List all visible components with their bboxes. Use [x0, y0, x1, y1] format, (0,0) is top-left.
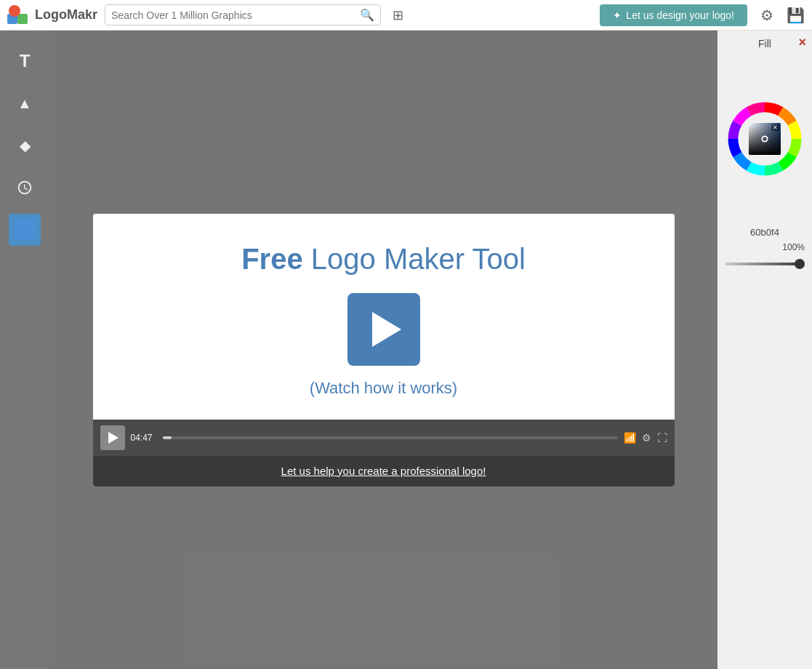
video-time: 04:47: [131, 433, 157, 443]
search-input[interactable]: [111, 9, 357, 21]
video-progress-fill: [163, 436, 172, 439]
footer-link[interactable]: Let us help you create a professional lo…: [281, 465, 486, 477]
logo-icon: [7, 4, 31, 27]
color-hex-value[interactable]: 60b0f4: [725, 227, 805, 238]
right-panel: Fill ×: [717, 31, 812, 669]
canvas-area[interactable]: Free Logo Maker Tool (Watch how it works…: [49, 31, 717, 669]
play-triangle-icon: [372, 312, 401, 347]
svg-rect-1: [17, 14, 28, 24]
modal-content: Free Logo Maker Tool (Watch how it works…: [93, 214, 675, 420]
modal-footer: Let us help you create a professional lo…: [93, 456, 675, 486]
modal-overlay[interactable]: Free Logo Maker Tool (Watch how it works…: [49, 31, 717, 669]
text-tool[interactable]: T: [9, 45, 41, 77]
color-wheel[interactable]: ✕: [725, 55, 805, 223]
logo-area[interactable]: LogoMakr: [7, 4, 97, 27]
design-button[interactable]: ✦ Let us design your logo!: [600, 4, 747, 26]
modal-title-bold: Free: [241, 243, 303, 275]
svg-point-2: [9, 5, 20, 17]
main-area: T ▲ ◆ Free Logo Maker Tool: [0, 31, 812, 669]
save-icon[interactable]: 💾: [787, 7, 805, 24]
video-play-button[interactable]: [100, 425, 125, 450]
video-progress-bar[interactable]: [163, 436, 618, 439]
left-sidebar: T ▲ ◆: [0, 31, 49, 669]
color-swatch[interactable]: [9, 214, 41, 246]
design-btn-icon: ✦: [613, 9, 622, 21]
signal-icon: 📶: [624, 432, 636, 444]
search-box[interactable]: 🔍: [105, 4, 381, 25]
opacity-label: 100%: [725, 242, 805, 252]
video-controls: 04:47 📶 ⚙ ⛶: [93, 420, 675, 456]
fullscreen-icon[interactable]: ⛶: [657, 432, 667, 444]
play-button[interactable]: [347, 293, 420, 366]
color-wheel-svg: ✕: [725, 55, 805, 223]
video-play-icon: [108, 432, 118, 444]
history-tool[interactable]: [9, 172, 41, 204]
clock-icon: [17, 180, 33, 196]
settings-icon[interactable]: ⚙: [760, 7, 773, 24]
modal-title-normal: Logo Maker Tool: [303, 243, 526, 275]
shape-tool[interactable]: ▲: [9, 87, 41, 119]
modal-dialog: Free Logo Maker Tool (Watch how it works…: [93, 214, 675, 486]
logo-text: LogoMakr: [35, 7, 97, 23]
close-panel-button[interactable]: ×: [798, 35, 806, 50]
video-settings-icon[interactable]: ⚙: [642, 432, 651, 444]
topbar: LogoMakr 🔍 ⊞ ✦ Let us design your logo! …: [0, 0, 812, 31]
fill-label: Fill: [725, 38, 805, 49]
grid-icon[interactable]: ⊞: [393, 7, 403, 23]
opacity-slider[interactable]: [725, 263, 805, 265]
watch-text[interactable]: (Watch how it works): [310, 379, 457, 398]
design-btn-label: Let us design your logo!: [626, 9, 734, 21]
diamond-tool[interactable]: ◆: [9, 129, 41, 161]
modal-title: Free Logo Maker Tool: [241, 243, 526, 276]
search-icon[interactable]: 🔍: [360, 8, 374, 22]
